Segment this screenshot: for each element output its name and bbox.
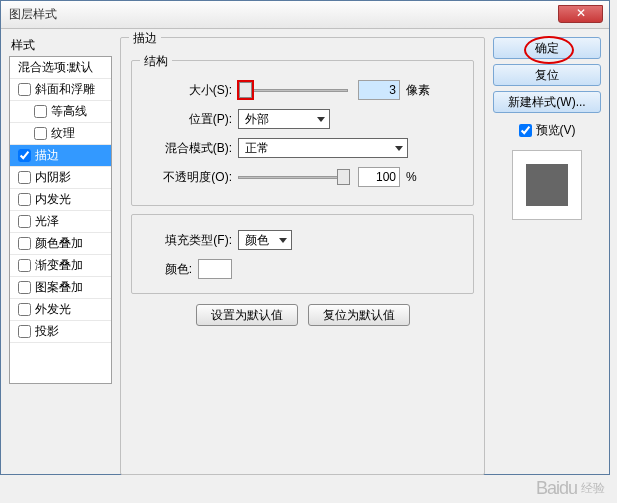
fill-group: 填充类型(F): 颜色 颜色: [131, 214, 474, 294]
color-swatch[interactable] [198, 259, 232, 279]
position-label: 位置(P): [142, 111, 232, 128]
size-label: 大小(S): [142, 82, 232, 99]
style-checkbox[interactable] [18, 215, 31, 228]
style-item-label: 光泽 [35, 213, 59, 230]
style-item[interactable]: 内发光 [10, 189, 111, 211]
list-item-label: 混合选项:默认 [18, 59, 93, 76]
position-select[interactable]: 外部 [238, 109, 330, 129]
filltype-select[interactable]: 颜色 [238, 230, 292, 250]
middle-panel: 描边 结构 大小(S): 像素 位置(P): 外部 [120, 37, 485, 466]
blend-options-item[interactable]: 混合选项:默认 [10, 57, 111, 79]
default-buttons-row: 设置为默认值 复位为默认值 [131, 304, 474, 326]
size-slider-thumb[interactable] [239, 82, 252, 98]
set-default-button[interactable]: 设置为默认值 [196, 304, 298, 326]
style-item[interactable]: 斜面和浮雕 [10, 79, 111, 101]
style-item[interactable]: 投影 [10, 321, 111, 343]
size-unit: 像素 [406, 82, 430, 99]
style-item-label: 等高线 [51, 103, 87, 120]
style-item-label: 图案叠加 [35, 279, 83, 296]
style-checkbox[interactable] [18, 303, 31, 316]
dialog-title: 图层样式 [9, 6, 57, 23]
position-row: 位置(P): 外部 [142, 108, 463, 130]
style-item-label: 颜色叠加 [35, 235, 83, 252]
style-checkbox[interactable] [18, 259, 31, 272]
style-checkbox[interactable] [18, 149, 31, 162]
watermark-brand: Baidu [536, 478, 577, 499]
style-item[interactable]: 等高线 [10, 101, 111, 123]
close-button[interactable]: ✕ [558, 5, 603, 23]
preview-checkbox-row: 预览(V) [493, 122, 601, 139]
structure-group: 结构 大小(S): 像素 位置(P): 外部 [131, 60, 474, 206]
opacity-slider[interactable] [238, 176, 348, 179]
position-value: 外部 [245, 111, 269, 128]
chevron-down-icon [317, 117, 325, 122]
style-item-label: 描边 [35, 147, 59, 164]
size-row: 大小(S): 像素 [142, 79, 463, 101]
style-checkbox[interactable] [18, 281, 31, 294]
chevron-down-icon [279, 238, 287, 243]
opacity-unit: % [406, 170, 417, 184]
blend-select[interactable]: 正常 [238, 138, 408, 158]
style-item-label: 内发光 [35, 191, 71, 208]
opacity-input[interactable] [358, 167, 400, 187]
filltype-value: 颜色 [245, 232, 269, 249]
structure-group-title: 结构 [140, 53, 172, 70]
style-item[interactable]: 描边 [10, 145, 111, 167]
opacity-label: 不透明度(O): [142, 169, 232, 186]
opacity-slider-thumb[interactable] [337, 169, 350, 185]
style-checkbox[interactable] [18, 171, 31, 184]
blend-label: 混合模式(B): [142, 140, 232, 157]
style-item-label: 渐变叠加 [35, 257, 83, 274]
color-label: 颜色: [142, 261, 192, 278]
style-item-label: 斜面和浮雕 [35, 81, 95, 98]
style-checkbox[interactable] [18, 325, 31, 338]
close-icon: ✕ [576, 6, 586, 20]
style-item-label: 内阴影 [35, 169, 71, 186]
style-item-label: 外发光 [35, 301, 71, 318]
opacity-row: 不透明度(O): % [142, 166, 463, 188]
reset-button[interactable]: 复位 [493, 64, 601, 86]
layer-style-dialog: 图层样式 ✕ 样式 混合选项:默认 斜面和浮雕等高线纹理描边内阴影内发光光泽颜色… [0, 0, 610, 475]
filltype-row: 填充类型(F): 颜色 [142, 229, 463, 251]
color-row: 颜色: [142, 258, 463, 280]
watermark: Baidu 经验 [536, 478, 605, 499]
blend-row: 混合模式(B): 正常 [142, 137, 463, 159]
style-checkbox[interactable] [18, 193, 31, 206]
new-style-button[interactable]: 新建样式(W)... [493, 91, 601, 113]
style-checkbox[interactable] [18, 83, 31, 96]
style-checkbox[interactable] [18, 237, 31, 250]
stroke-group: 描边 结构 大小(S): 像素 位置(P): 外部 [120, 37, 485, 475]
size-input[interactable] [358, 80, 400, 100]
right-panel: 确定 复位 新建样式(W)... 预览(V) [493, 37, 601, 466]
style-item[interactable]: 外发光 [10, 299, 111, 321]
styles-label: 样式 [9, 37, 112, 54]
size-slider[interactable] [238, 89, 348, 92]
chevron-down-icon [395, 146, 403, 151]
stroke-group-title: 描边 [129, 30, 161, 47]
style-list: 混合选项:默认 斜面和浮雕等高线纹理描边内阴影内发光光泽颜色叠加渐变叠加图案叠加… [9, 56, 112, 384]
style-item[interactable]: 纹理 [10, 123, 111, 145]
style-item[interactable]: 颜色叠加 [10, 233, 111, 255]
titlebar[interactable]: 图层样式 ✕ [1, 1, 609, 29]
style-item[interactable]: 内阴影 [10, 167, 111, 189]
restore-default-button[interactable]: 复位为默认值 [308, 304, 410, 326]
preview-checkbox[interactable] [519, 124, 532, 137]
preview-swatch [526, 164, 568, 206]
preview-label: 预览(V) [536, 122, 576, 139]
style-checkbox[interactable] [34, 127, 47, 140]
filltype-label: 填充类型(F): [142, 232, 232, 249]
content-area: 样式 混合选项:默认 斜面和浮雕等高线纹理描边内阴影内发光光泽颜色叠加渐变叠加图… [1, 29, 609, 474]
style-item-label: 投影 [35, 323, 59, 340]
blend-value: 正常 [245, 140, 269, 157]
preview-box [512, 150, 582, 220]
style-item[interactable]: 渐变叠加 [10, 255, 111, 277]
style-item-label: 纹理 [51, 125, 75, 142]
style-item[interactable]: 光泽 [10, 211, 111, 233]
watermark-sub: 经验 [581, 480, 605, 497]
left-panel: 样式 混合选项:默认 斜面和浮雕等高线纹理描边内阴影内发光光泽颜色叠加渐变叠加图… [9, 37, 112, 466]
style-checkbox[interactable] [34, 105, 47, 118]
style-item[interactable]: 图案叠加 [10, 277, 111, 299]
ok-button[interactable]: 确定 [493, 37, 601, 59]
